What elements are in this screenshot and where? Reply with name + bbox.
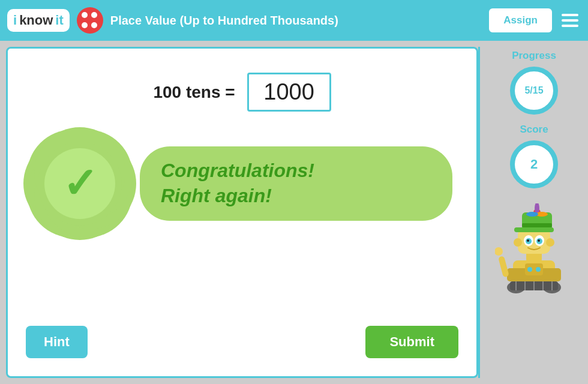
question-text: 100 tens = <box>153 83 235 102</box>
svg-point-30 <box>514 238 522 247</box>
robot-svg <box>495 203 573 299</box>
dice-dot <box>91 22 97 28</box>
dice-face <box>82 12 98 29</box>
progress-section: Progress 5/15 <box>510 50 558 115</box>
content-area: 100 tens = 1000 ✓ Congratulations! Right… <box>6 47 478 378</box>
app-header: i know it Place Value (Up to Hundred Tho… <box>0 0 588 41</box>
badge-inner: ✓ <box>44 148 115 219</box>
svg-point-29 <box>526 212 538 217</box>
page-title: Place Value (Up to Hundred Thousands) <box>110 14 482 28</box>
mascot <box>495 203 573 299</box>
logo: i know it <box>7 9 70 32</box>
badge-outer: ✓ <box>32 136 128 232</box>
sidebar: Progress 5/15 Score 2 <box>480 41 588 384</box>
checkmark-icon: ✓ <box>62 163 98 205</box>
progress-value: 5/15 <box>524 85 543 96</box>
main-layout: 100 tens = 1000 ✓ Congratulations! Right… <box>0 41 588 384</box>
answer-box: 1000 <box>247 73 331 112</box>
menu-button[interactable] <box>559 11 581 29</box>
submit-button[interactable]: Submit <box>365 326 458 358</box>
dice-dot <box>91 12 97 18</box>
dice-dot <box>82 22 88 28</box>
badge-container: ✓ <box>32 136 128 232</box>
hamburger-line <box>562 19 578 22</box>
score-circle: 2 <box>510 140 558 188</box>
dice-dot <box>82 12 88 18</box>
svg-point-13 <box>527 267 532 272</box>
bottom-buttons: Hint Submit <box>20 326 464 364</box>
score-value: 2 <box>530 157 538 172</box>
logo-know: know <box>19 13 53 28</box>
assign-button[interactable]: Assign <box>489 8 552 32</box>
svg-point-14 <box>536 267 541 272</box>
progress-label: Progress <box>512 50 556 62</box>
svg-point-31 <box>546 238 554 247</box>
svg-point-21 <box>527 239 529 242</box>
logo-it: it <box>55 13 63 28</box>
score-label: Score <box>520 124 548 136</box>
logo-i: i <box>13 13 17 28</box>
svg-rect-25 <box>522 223 552 227</box>
score-section: Score 2 <box>510 124 558 188</box>
progress-circle: 5/15 <box>510 67 558 115</box>
dice-icon <box>77 7 103 34</box>
hamburger-line <box>562 25 578 27</box>
congrats-section: ✓ Congratulations! Right again! <box>32 136 452 232</box>
question-section: 100 tens = 1000 <box>20 73 464 112</box>
congrats-text-line1: Congratulations! Right again! <box>161 158 431 208</box>
hint-button[interactable]: Hint <box>26 326 88 358</box>
hamburger-line <box>562 14 578 16</box>
svg-rect-10 <box>498 256 509 277</box>
svg-point-11 <box>495 247 503 256</box>
svg-point-22 <box>538 239 540 242</box>
congrats-banner: Congratulations! Right again! <box>140 146 452 220</box>
